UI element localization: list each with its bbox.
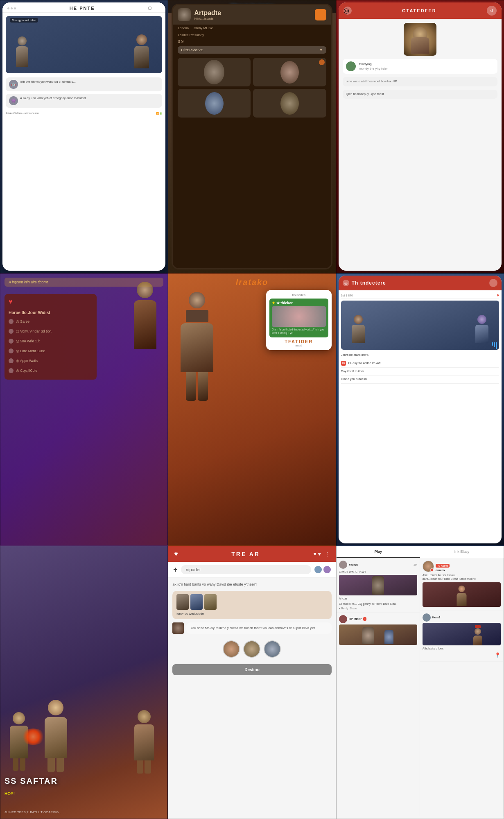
footer-icons: 📶 🔋 bbox=[156, 112, 163, 115]
speech-bubble-2: Qlen tleomltepuy...qne for llt bbox=[343, 90, 497, 99]
more-options-icon[interactable]: ⋮ bbox=[324, 551, 330, 557]
ca-avatar-1[interactable] bbox=[223, 640, 240, 658]
fi-header-r1: IIG Acetts emcro bbox=[423, 561, 501, 572]
mech-area bbox=[5, 696, 163, 769]
emoji-icon[interactable] bbox=[323, 566, 331, 573]
chat-body-1: Droug pouast intee 🤖 isth the itlhmfit y… bbox=[2, 13, 165, 111]
robot-image bbox=[404, 23, 436, 56]
fi-header-r2: item2 bbox=[423, 613, 501, 622]
fi-img-inner-2 bbox=[339, 624, 417, 645]
reply-avatar bbox=[172, 622, 184, 634]
tab-play[interactable]: Play bbox=[337, 546, 420, 558]
bar2 bbox=[494, 342, 495, 347]
fi-img-inner-1 bbox=[339, 575, 417, 595]
ca-avatar-2[interactable] bbox=[243, 640, 260, 658]
detail-robot-2 bbox=[470, 315, 493, 348]
bubble-robot-1 bbox=[176, 594, 189, 610]
stats-row-2: Losdee Presularly bbox=[173, 32, 331, 38]
play-icon[interactable] bbox=[319, 59, 325, 65]
stat-2: Croby MLiGe bbox=[194, 26, 213, 30]
back-icon[interactable]: ◎ bbox=[343, 280, 349, 286]
status-bar-1: 9rt alottfdel jes... ulttnpohe nlu 📶 🔋 bbox=[2, 111, 165, 115]
fi-text-r2: Athulasito d lonc. bbox=[423, 647, 501, 650]
menu-item-label-2: ◎ 50o Wrle 1.lt bbox=[16, 339, 40, 343]
avatar-1: 🤖 bbox=[9, 80, 18, 89]
m2-head bbox=[48, 700, 63, 715]
menu-item-label-5: ◎ Coje;lfCole bbox=[16, 369, 37, 373]
ci-text-4: Oinde you rudac m bbox=[341, 377, 367, 381]
dr2-body bbox=[475, 325, 488, 343]
grid-item-1[interactable] bbox=[178, 58, 251, 86]
m1-leg-r bbox=[20, 758, 25, 771]
notification-phone: ◎ GTATEDFER ↺ Diottying mondy the yhy ir… bbox=[339, 2, 502, 271]
menu-icon-2 bbox=[9, 339, 14, 344]
ca-avatar-3[interactable] bbox=[264, 640, 281, 658]
cell-detail-screen: ◎ Th tndectere 1ot 1 840 ⚑ bbox=[336, 273, 504, 546]
speech-text-1: urno weuo atait hes wout how hourtlP bbox=[346, 79, 397, 83]
grid-item-3[interactable] bbox=[178, 89, 251, 118]
chat-image-label: Droug pouast intee bbox=[10, 18, 38, 23]
app-subtitle: Nikki...lacads bbox=[194, 17, 221, 20]
character-art bbox=[127, 282, 163, 364]
nav-label: 1ot 1 840 bbox=[341, 294, 353, 297]
grid-item-2[interactable] bbox=[253, 58, 326, 86]
fi-like-action[interactable]: ♥ Reply bbox=[339, 607, 348, 610]
fi-subtext-1: Ed fatbiblins... GQ genny in Roent Baro … bbox=[339, 602, 417, 606]
explosion bbox=[21, 729, 45, 745]
menu-item-5[interactable]: ◎ Coje;lfCole bbox=[5, 366, 97, 376]
notif-item-1: Diottying mondy the yhy irder bbox=[343, 59, 497, 74]
fi-share-action[interactable]: Share bbox=[350, 607, 357, 610]
flag-icon[interactable]: ⚑ bbox=[497, 294, 499, 297]
leg-left bbox=[186, 372, 196, 401]
add-icon[interactable]: + bbox=[173, 566, 178, 574]
m3-leg-r bbox=[145, 760, 151, 774]
menu-item-label-1: ◎ Vonv. Vindar Sd tion, bbox=[16, 329, 52, 333]
heart-sm-2: ♥ bbox=[318, 551, 321, 557]
compose-input[interactable]: nipader bbox=[181, 565, 311, 574]
speech-bubble-1: urno weuo atait hes wout how hourtlP bbox=[343, 77, 497, 86]
ci-badge: IB bbox=[341, 361, 346, 366]
battery-icon bbox=[148, 7, 151, 10]
menu-item-4[interactable]: ◎ Appn Watis bbox=[5, 356, 97, 366]
notification-icon[interactable] bbox=[315, 9, 326, 20]
feed-col-left: Yareel 4th EPASY WARCHKWY Ahctar Ed fatb… bbox=[337, 558, 420, 817]
detail-nav: 1ot 1 840 ⚑ bbox=[341, 293, 499, 299]
refresh-icon[interactable]: ↺ bbox=[487, 6, 497, 16]
detail-phone: ◎ Th tndectere 1ot 1 840 ⚑ bbox=[339, 276, 502, 544]
sticker-icon[interactable] bbox=[314, 566, 322, 573]
footer-text-1: 9rt alottfdel jes... ulttnpohe nlu bbox=[6, 112, 38, 115]
menu-icon-4 bbox=[9, 358, 14, 363]
tab-ink-elasy[interactable]: Ink Elasy bbox=[420, 546, 504, 558]
menu-item-1[interactable]: ◎ Vonv. Vindar Sd tion, bbox=[5, 326, 97, 336]
chat-bubble-2: 👾 A ilo oy uno voro yeh ot ernogaoy anon… bbox=[6, 94, 162, 108]
fi-badge-r1: IIG Acetts bbox=[436, 564, 450, 568]
destino-button[interactable]: Destino bbox=[172, 664, 331, 675]
menu-item-label-3: ◎ Lore Ment 1Une bbox=[16, 349, 45, 353]
announcement-text: A lrgcent inin aite tipomt. bbox=[9, 280, 49, 284]
chat-text-2: A ilo oy uno voro yeh ot ernogaoy anon l… bbox=[20, 96, 87, 101]
detail-chat-2: IB El. duy fro kedee im 420 bbox=[341, 359, 499, 368]
fi-name-1: Yareel bbox=[349, 563, 358, 567]
robot-thumbnail-2 bbox=[280, 61, 299, 84]
fi-robot-r2 bbox=[471, 625, 485, 645]
ci-text-1: Jours be afaro Iherd. bbox=[341, 353, 369, 357]
m1-head bbox=[13, 712, 25, 724]
fi-avatar-r2 bbox=[423, 613, 431, 622]
menu-item-2[interactable]: ◎ 50o Wrle 1.lt bbox=[5, 336, 97, 346]
chat-bubble-1: 🤖 isth the itlhmfit yun wors tou o, ulne… bbox=[6, 77, 162, 91]
phone-overlay-card: hoi tedes ★ ★ thicker Qlam fe on thoted … bbox=[266, 290, 332, 350]
m2-leg-r bbox=[57, 758, 64, 772]
menu-item-3[interactable]: ◎ Lore Ment 1Une bbox=[5, 346, 97, 356]
app-title: Artpadte bbox=[194, 9, 221, 17]
detail-icon[interactable] bbox=[489, 279, 497, 287]
phone-header-1: HE PNTE bbox=[2, 2, 165, 13]
grid-item-4[interactable] bbox=[253, 89, 326, 118]
search-bar[interactable]: UltrEPAsSVE ▼ bbox=[178, 46, 326, 54]
menu-item-0[interactable]: ◎ Saree bbox=[5, 317, 97, 326]
robot-thumbnail-4 bbox=[280, 92, 299, 115]
notif-content-1: Diottying mondy the yhy irder bbox=[359, 62, 388, 70]
m3-leg-l bbox=[137, 760, 143, 774]
m3-legs bbox=[129, 760, 159, 774]
detail-chat-3: Day iter it to itbw. bbox=[341, 368, 499, 376]
status-dots bbox=[7, 7, 16, 9]
